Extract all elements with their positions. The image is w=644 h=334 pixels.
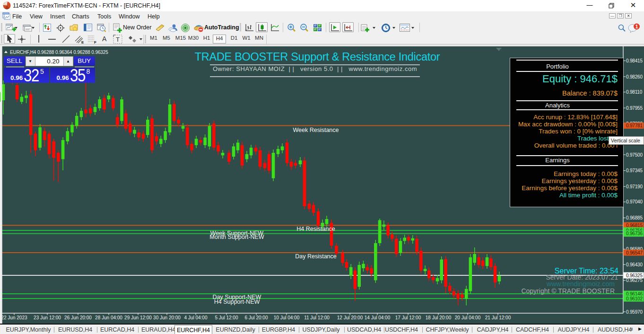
svg-text:Owner: SHAYAAN MOIZ | | ver: Owner: SHAYAAN MOIZ | | version 5.0 | | …: [213, 65, 417, 72]
svg-text:18 Jul 20:00: 18 Jul 20:00: [426, 315, 452, 320]
svg-text:0.97500: 0.97500: [626, 152, 643, 158]
svg-text:4 Jul 04:00: 4 Jul 04:00: [184, 315, 208, 320]
svg-text:21 Jul 12:00: 21 Jul 12:00: [485, 315, 511, 320]
svg-text:H4 Support-NEW: H4 Support-NEW: [214, 299, 260, 305]
svg-text:0.96325: 0.96325: [626, 273, 643, 278]
svg-text:5 Jul 12:00: 5 Jul 12:00: [215, 315, 238, 320]
svg-text:0.98110: 0.98110: [626, 89, 643, 95]
svg-text:22 Jun 2023: 22 Jun 2023: [1, 315, 27, 320]
svg-text:0.96102: 0.96102: [626, 296, 643, 301]
svg-text:0.97955: 0.97955: [626, 105, 643, 111]
svg-text:12 Jul 20:00: 12 Jul 20:00: [337, 315, 363, 320]
svg-text:T: T: [116, 36, 120, 43]
svg-text:11 Jul 12:00: 11 Jul 12:00: [304, 315, 330, 320]
svg-text:Month Support-NEW: Month Support-NEW: [209, 234, 264, 240]
svg-text:H4 Resistance: H4 Resistance: [296, 226, 335, 232]
svg-text:Day Resistance: Day Resistance: [295, 253, 337, 260]
svg-text:www.trendingmoiz.com: www.trendingmoiz.com: [546, 280, 615, 288]
svg-text:20 Jul 04:00: 20 Jul 04:00: [455, 315, 481, 320]
svg-text:30 Jun 20:00: 30 Jun 20:00: [153, 315, 181, 320]
svg-text:0.96736: 0.96736: [626, 231, 643, 236]
svg-text:0.96275: 0.96275: [626, 278, 643, 283]
svg-text:14 Jul 04:00: 14 Jul 04:00: [365, 315, 391, 320]
svg-text:17 Jul 12:00: 17 Jul 12:00: [395, 315, 421, 320]
svg-text:0.96885: 0.96885: [626, 215, 643, 220]
svg-text:0.98415: 0.98415: [626, 58, 643, 63]
svg-text:0.97190: 0.97190: [626, 184, 643, 189]
svg-text:23 Jun 12:00: 23 Jun 12:00: [34, 315, 61, 320]
svg-text:0.98260: 0.98260: [626, 74, 643, 79]
svg-text:0.97040: 0.97040: [626, 199, 643, 204]
svg-text:0.97345: 0.97345: [626, 168, 643, 173]
svg-text:Week Resistance: Week Resistance: [293, 127, 339, 133]
svg-text:1: 1: [635, 24, 638, 29]
svg-text:29 Jun 12:00: 29 Jun 12:00: [124, 315, 152, 320]
svg-text:28 Jun 04:00: 28 Jun 04:00: [95, 315, 122, 320]
svg-text:0.96815: 0.96815: [626, 223, 643, 228]
svg-text:Copyright © TRADE BOOSTER: Copyright © TRADE BOOSTER: [521, 287, 615, 295]
svg-text:F: F: [94, 40, 96, 44]
svg-text:0.97781: 0.97781: [626, 123, 643, 128]
svg-text:EURCHF,H4 0.96288 0.96364 0.9: EURCHF,H4 0.96288 0.96364 0.96288 0.9632…: [10, 50, 108, 55]
svg-text:0.96430: 0.96430: [626, 262, 643, 267]
svg-text:E: E: [81, 40, 84, 44]
svg-text:26 Jun 20:00: 26 Jun 20:00: [64, 315, 92, 320]
svg-text:10 Jul 04:00: 10 Jul 04:00: [274, 315, 300, 320]
svg-text:TRADE BOOSTER Support & Resist: TRADE BOOSTER Support & Resistance Indic…: [195, 51, 440, 63]
svg-text:6 Jul 20:00: 6 Jul 20:00: [245, 315, 268, 320]
svg-text:0.95970: 0.95970: [626, 309, 643, 315]
svg-text:0.96547: 0.96547: [626, 250, 643, 255]
